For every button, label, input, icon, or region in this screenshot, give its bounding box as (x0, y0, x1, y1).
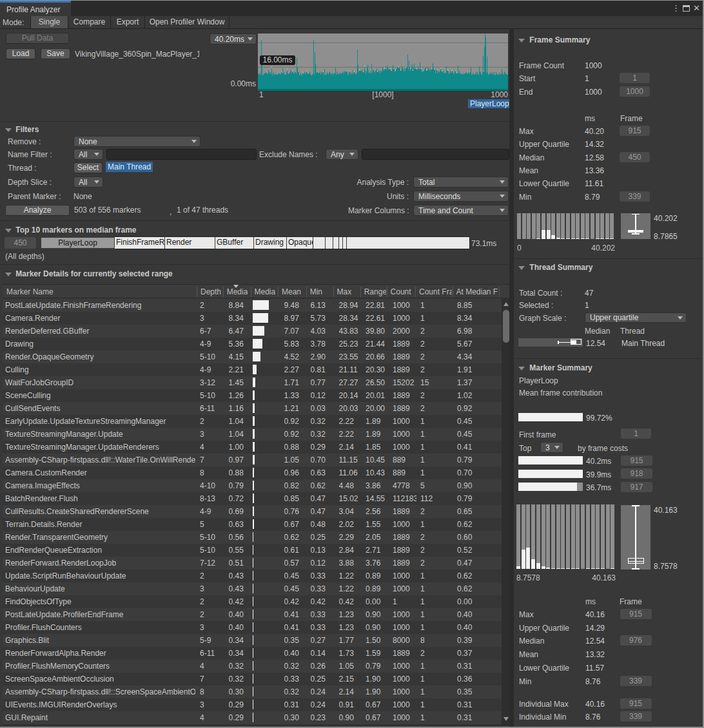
table-row[interactable]: BehaviourUpdate30.430.450.331.220.891000… (3, 582, 502, 595)
table-row[interactable]: GUI.Repaint40.290.300.230.900.67100010.3… (3, 711, 502, 724)
exclude-mode-dropdown[interactable]: Any (326, 149, 358, 160)
thread-selection[interactable]: Main Thread (106, 162, 153, 172)
column-header[interactable]: Range (364, 287, 386, 296)
column-header[interactable]: Count Fra (419, 287, 452, 296)
top10-segment-opaque[interactable]: Opaque (287, 237, 313, 249)
maximize-icon[interactable] (683, 5, 690, 12)
table-row[interactable]: EarlyUpdate.UpdateTextureStreamingManage… (3, 415, 502, 428)
top10-segment-drawing[interactable]: Drawing (254, 237, 287, 249)
exclude-names-input[interactable] (362, 149, 509, 160)
column-header[interactable]: Count (391, 287, 411, 296)
pane-divider[interactable] (509, 29, 514, 728)
marker-summary-boxplot[interactable] (621, 505, 650, 570)
first-frame-box[interactable]: 1 (621, 428, 651, 439)
toolbar-button-single[interactable]: Single (30, 16, 68, 28)
scroll-up-icon[interactable] (504, 302, 509, 306)
table-row[interactable]: Render.OpaqueGeometry5-104.154.522.9023.… (3, 350, 502, 363)
top10-segment[interactable] (313, 237, 326, 249)
column-header[interactable]: Media (227, 287, 248, 296)
table-row[interactable]: RenderForwardAlpha.Render6-110.340.400.1… (3, 647, 502, 660)
thread-graph[interactable] (518, 338, 583, 347)
toolbar-button-export[interactable]: Export (111, 16, 145, 28)
frame-number-box[interactable]: 915 (620, 126, 650, 136)
graph-scale-dropdown[interactable]: Upper quartile (585, 312, 687, 323)
frame-summary-histogram[interactable] (517, 213, 615, 239)
save-button[interactable]: Save (41, 48, 70, 59)
scroll-down-icon[interactable] (504, 717, 509, 721)
frame-number-box[interactable]: 915 (621, 455, 652, 466)
table-row[interactable]: Profiler.FlushMemoryCounters40.320.320.2… (3, 660, 502, 673)
marker-details-header[interactable]: Marker Details for currently selected ra… (5, 269, 173, 278)
table-row[interactable]: SceneCulling5-101.261.330.1220.1420.0118… (3, 389, 502, 402)
thread-summary-header[interactable]: Thread Summary (518, 263, 592, 272)
table-row[interactable]: ScreenSpaceAmbientOcclusion70.320.330.25… (3, 673, 502, 685)
column-header[interactable]: Media (255, 287, 276, 296)
top10-segment-finishframer[interactable]: FinishFrameR (115, 237, 165, 249)
table-row[interactable]: RenderDeferred.GBuffer6-76.477.074.0343.… (3, 325, 502, 338)
table-row[interactable]: Camera.ImageEffects4-100.790.820.624.483… (3, 479, 502, 492)
frame-number-box[interactable]: 976 (620, 635, 652, 646)
table-row[interactable]: UIEvents.IMGUIRenderOverlays30.290.310.2… (3, 698, 502, 711)
marker-columns-dropdown[interactable]: Time and Count (413, 205, 509, 216)
column-header[interactable]: Max (337, 287, 352, 296)
depth-slice-dropdown[interactable]: All (73, 177, 103, 187)
load-button[interactable]: Load (6, 48, 35, 59)
table-row[interactable]: CullSendEvents6-111.161.210.0320.0320.00… (3, 402, 502, 415)
frame-scale-dropdown[interactable]: 40.20ms (210, 34, 257, 44)
top10-header[interactable]: Top 10 markers on median frame (5, 225, 137, 235)
scrollbar-thumb[interactable] (503, 310, 509, 343)
toolbar-button-compare[interactable]: Compare (68, 16, 111, 28)
filters-header[interactable]: Filters (5, 125, 39, 134)
frame-number-box[interactable]: 339 (620, 676, 652, 686)
table-row[interactable]: EndRenderQueueExtraction5-100.550.610.13… (3, 544, 502, 557)
top10-segment-render[interactable]: Render (165, 237, 215, 249)
frame-summary-boxplot[interactable] (621, 213, 650, 239)
frame-summary-header[interactable]: Frame Summary (518, 35, 590, 44)
remove-dropdown[interactable]: None (73, 136, 200, 147)
chart-selected-marker[interactable]: PlayerLoop (468, 99, 511, 108)
table-row[interactable]: FindObjectsOfType20.420.420.420.420.0011… (3, 595, 502, 608)
table-row[interactable]: CullResults.CreateSharedRendererScene4-9… (3, 505, 502, 518)
top10-segment-gbuffer[interactable]: GBuffer (215, 237, 254, 249)
table-row[interactable]: Camera.Render38.348.975.7328.3422.611000… (3, 312, 502, 325)
pull-data-button[interactable]: Pull Data (6, 33, 69, 44)
top10-segment[interactable] (326, 237, 333, 249)
table-row[interactable]: TextureStreamingManager.UpdateRenderers4… (3, 441, 502, 454)
column-header[interactable]: At Median F (456, 287, 498, 296)
thread-select-button[interactable]: Select (73, 162, 103, 173)
top-n-dropdown[interactable]: 3 (540, 442, 563, 453)
table-row[interactable]: PostLateUpdate.FinishFrameRendering28.84… (3, 299, 502, 312)
column-header[interactable]: Marker Name (6, 287, 54, 296)
marker-table-body[interactable]: PostLateUpdate.FinishFrameRendering28.84… (3, 299, 502, 724)
analysis-type-dropdown[interactable]: Total (413, 177, 509, 187)
table-row[interactable]: TextureStreamingManager.Update31.040.920… (3, 428, 502, 441)
table-row[interactable]: Render.TransparentGeometry5-100.560.620.… (3, 531, 502, 544)
column-header[interactable]: Mean (282, 287, 301, 296)
table-row[interactable]: PostLateUpdate.ProfilerEndFrame20.400.41… (3, 608, 502, 621)
table-row[interactable]: Assembly-CSharp-firstpass.dll!::WaterTil… (3, 454, 502, 466)
top10-stacked-bar[interactable]: PlayerLoopFinishFrameRRenderGBufferDrawi… (40, 236, 470, 249)
table-row[interactable]: Graphics.Blit5-90.340.350.271.771.508000… (3, 634, 502, 647)
marker-summary-header[interactable]: Marker Summary (518, 363, 592, 372)
column-header[interactable]: Min (310, 287, 322, 296)
frame-number-box[interactable]: 339 (620, 711, 652, 722)
table-row[interactable]: Update.ScriptRunBehaviourUpdate20.430.45… (3, 570, 502, 582)
frame-number-box[interactable]: 1 (620, 73, 650, 83)
table-row[interactable]: BatchRenderer.Flush8-130.720.850.4715.02… (3, 492, 502, 505)
table-row[interactable]: Terrain.Details.Render50.630.670.482.021… (3, 518, 502, 531)
marker-summary-histogram[interactable] (516, 504, 616, 569)
marker-table-header[interactable]: Marker NameDepthMediaMediaMeanMinMaxRang… (3, 284, 511, 298)
table-row[interactable]: RenderForward.RenderLoopJob7-120.510.570… (3, 557, 502, 570)
table-row[interactable]: Drawing4-95.365.833.7825.2321.44188925.6… (3, 338, 502, 350)
table-row[interactable]: Profiler.FlushCounters30.400.410.331.230… (3, 621, 502, 634)
frame-number-box[interactable]: 450 (620, 152, 650, 162)
toolbar-button-open-profiler-window[interactable]: Open Profiler Window (145, 16, 230, 28)
frame-time-chart[interactable] (258, 34, 508, 89)
frame-number-box[interactable]: 1000 (620, 86, 650, 97)
table-row[interactable]: Culling4-92.212.270.8121.1120.30188921.9… (3, 363, 502, 376)
close-icon[interactable]: ✕ (693, 3, 700, 13)
window-menu-icon[interactable]: ⋮ (672, 3, 680, 13)
units-dropdown[interactable]: Milliseconds (413, 191, 509, 202)
analyze-button[interactable]: Analyze (5, 205, 70, 216)
frame-number-box[interactable]: 339 (620, 191, 650, 202)
